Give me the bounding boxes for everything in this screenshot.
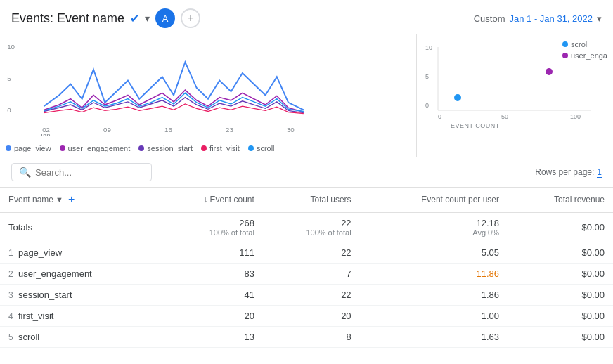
- svg-text:30: 30: [287, 126, 295, 134]
- col-per-user[interactable]: Event count per user: [360, 188, 508, 212]
- table-row: 3 session_start 41 22 1.86 $0.00: [0, 285, 613, 306]
- legend-page-view: page_view: [6, 144, 51, 152]
- dropdown-icon[interactable]: ▾: [145, 13, 150, 24]
- scatter-legend-user-engagement: user_enga: [562, 51, 607, 60]
- avatar: A: [155, 8, 175, 28]
- legend-dot-scroll: [248, 145, 254, 151]
- cell-per-user: 1.86: [360, 285, 508, 306]
- svg-text:10: 10: [7, 43, 15, 51]
- search-icon: 🔍: [19, 167, 31, 178]
- page-title: Events: Event name: [11, 11, 124, 26]
- svg-text:100: 100: [570, 113, 581, 120]
- table-row: 2 user_engagement 83 7 11.86 $0.00: [0, 264, 613, 285]
- check-icon: ✔: [130, 12, 139, 25]
- svg-text:5: 5: [7, 74, 11, 82]
- events-table: Event name ▼ + ↓ Event count Total users…: [0, 188, 613, 348]
- cell-total-users: 7: [263, 264, 360, 285]
- chart-area: 10 5 0 02 Jan 09 16 23 30 page_view: [0, 34, 613, 157]
- totals-event-count: 268 100% of total: [157, 212, 263, 242]
- cell-name: 4 first_visit: [0, 306, 157, 327]
- cell-total-users: 8: [263, 327, 360, 348]
- event-name-link[interactable]: scroll: [18, 332, 39, 342]
- legend-session-start: session_start: [138, 144, 193, 152]
- add-column-button[interactable]: +: [68, 193, 75, 206]
- cell-event-count: 41: [157, 285, 263, 306]
- table-row: 1 page_view 111 22 5.05 $0.00: [0, 242, 613, 264]
- cell-revenue: $0.00: [508, 327, 613, 348]
- rows-per-page-value[interactable]: 1: [597, 167, 602, 178]
- search-input[interactable]: [35, 167, 148, 178]
- cell-event-count: 13: [157, 327, 263, 348]
- svg-point-18: [454, 94, 461, 101]
- svg-text:16: 16: [164, 126, 172, 134]
- sort-arrow: ▼: [56, 195, 63, 204]
- scatter-dot-scroll: [562, 41, 568, 47]
- cell-per-user: 5.05: [360, 242, 508, 264]
- col-total-users[interactable]: Total users: [263, 188, 360, 212]
- legend-dot-user-engagement: [60, 145, 65, 151]
- svg-text:50: 50: [501, 113, 508, 120]
- totals-per-user: 12.18 Avg 0%: [360, 212, 508, 242]
- table-header-row: Event name ▼ + ↓ Event count Total users…: [0, 188, 613, 212]
- svg-text:Jan: Jan: [39, 131, 51, 136]
- cell-name: 1 page_view: [0, 242, 157, 264]
- cell-per-user: 1.00: [360, 306, 508, 327]
- scatter-dot-user-engagement: [562, 53, 568, 58]
- line-chart: 10 5 0 02 Jan 09 16 23 30 page_view: [0, 34, 416, 157]
- svg-text:EVENT COUNT: EVENT COUNT: [451, 122, 500, 129]
- svg-text:0: 0: [425, 102, 429, 109]
- search-box: 🔍: [11, 163, 152, 181]
- col-revenue[interactable]: Total revenue: [508, 188, 613, 212]
- cell-per-user: 11.86: [360, 264, 508, 285]
- date-label: Custom: [474, 13, 505, 24]
- totals-revenue: $0.00: [508, 212, 613, 242]
- search-row: 🔍 Rows per page: 1: [0, 157, 613, 188]
- legend-user-engagement: user_engagement: [60, 144, 131, 152]
- col-event-name[interactable]: Event name ▼ +: [0, 188, 157, 212]
- svg-point-19: [546, 68, 553, 75]
- cell-revenue: $0.00: [508, 285, 613, 306]
- table-row: 4 first_visit 20 20 1.00 $0.00: [0, 306, 613, 327]
- col-event-count[interactable]: ↓ Event count: [157, 188, 263, 212]
- legend-dot-page-view: [6, 145, 11, 151]
- event-name-link[interactable]: first_visit: [18, 311, 54, 321]
- cell-event-count: 83: [157, 264, 263, 285]
- table-section: 🔍 Rows per page: 1 Event name ▼ + ↓ Even…: [0, 157, 613, 348]
- table-row: 5 scroll 13 8 1.63 $0.00: [0, 327, 613, 348]
- chart-legend: page_view user_engagement session_start …: [6, 144, 275, 152]
- cell-total-users: 22: [263, 242, 360, 264]
- scatter-legend: scroll user_enga: [562, 40, 607, 60]
- cell-name: 2 user_engagement: [0, 264, 157, 285]
- legend-dot-first-visit: [201, 145, 207, 151]
- svg-text:0: 0: [7, 106, 11, 114]
- date-dropdown-icon[interactable]: ▾: [597, 13, 602, 24]
- cell-revenue: $0.00: [508, 264, 613, 285]
- header-left: Events: Event name ✔ ▾ A +: [11, 8, 200, 28]
- legend-scroll: scroll: [248, 144, 275, 152]
- cell-name: 5 scroll: [0, 327, 157, 348]
- event-name-link[interactable]: page_view: [18, 247, 62, 258]
- cell-event-count: 111: [157, 242, 263, 264]
- totals-label: Totals: [0, 212, 157, 242]
- svg-text:5: 5: [425, 73, 429, 80]
- cell-per-user: 1.63: [360, 327, 508, 348]
- totals-row: Totals 268 100% of total 22 100% of tota…: [0, 212, 613, 242]
- legend-dot-session-start: [138, 145, 144, 151]
- cell-total-users: 22: [263, 285, 360, 306]
- cell-name: 3 session_start: [0, 285, 157, 306]
- svg-text:09: 09: [103, 126, 111, 134]
- cell-revenue: $0.00: [508, 242, 613, 264]
- scatter-legend-scroll: scroll: [562, 40, 607, 48]
- line-chart-svg: 10 5 0 02 Jan 09 16 23 30: [6, 40, 411, 136]
- add-comparison-button[interactable]: +: [181, 8, 200, 28]
- event-name-link[interactable]: user_engagement: [18, 268, 92, 279]
- svg-text:23: 23: [226, 126, 233, 134]
- svg-text:0: 0: [438, 113, 441, 120]
- cell-revenue: $0.00: [508, 306, 613, 327]
- page-header: Events: Event name ✔ ▾ A + Custom Jan 1 …: [0, 0, 613, 34]
- rows-per-page: Rows per page: 1: [535, 167, 602, 178]
- legend-first-visit: first_visit: [201, 144, 240, 152]
- header-right: Custom Jan 1 - Jan 31, 2022 ▾: [474, 13, 602, 24]
- date-range[interactable]: Jan 1 - Jan 31, 2022: [509, 13, 593, 24]
- event-name-link[interactable]: session_start: [18, 290, 72, 300]
